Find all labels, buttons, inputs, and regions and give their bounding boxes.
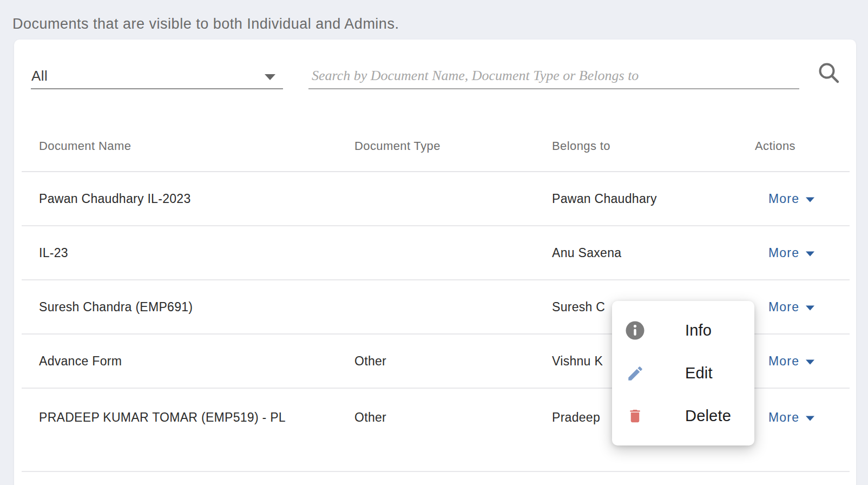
table-header-row: Document Name Document Type Belongs to A… — [22, 121, 850, 172]
document-name-link[interactable]: Pawan Chaudhary IL-2023 — [39, 192, 191, 206]
column-header-document-name: Document Name — [39, 139, 131, 153]
more-button[interactable]: More — [768, 354, 814, 369]
more-label: More — [768, 410, 799, 425]
document-type-cell: Other — [354, 410, 386, 425]
search-input[interactable] — [308, 65, 799, 88]
delete-icon — [626, 407, 645, 425]
page-background: { "page": { "subtitle": "Documents that … — [0, 0, 868, 485]
belongs-to-cell: Vishnu K — [552, 354, 603, 369]
table-row: Pawan Chaudhary IL-2023 Pawan Chaudhary … — [22, 172, 850, 226]
search-field — [308, 65, 799, 89]
more-label: More — [768, 300, 799, 314]
document-name-link[interactable]: IL-23 — [39, 246, 68, 260]
page-subtitle: Documents that are visible to both Indiv… — [12, 16, 399, 32]
belongs-to-cell: Pradeep — [552, 410, 600, 425]
belongs-to-cell: Suresh C — [552, 300, 605, 314]
chevron-down-icon — [265, 74, 275, 80]
document-name-link[interactable]: PRADEEP KUMAR TOMAR (EMP519) - PL — [39, 410, 286, 425]
belongs-to-cell: Pawan Chaudhary — [552, 192, 657, 206]
caret-down-icon — [806, 306, 814, 311]
actions-context-menu: Info Edit Delete — [612, 301, 754, 445]
more-label: More — [768, 192, 799, 206]
more-button[interactable]: More — [768, 192, 814, 206]
menu-item-label: Info — [685, 322, 712, 339]
menu-item-label: Edit — [685, 364, 713, 382]
caret-down-icon — [806, 360, 814, 365]
document-name-link[interactable]: Suresh Chandra (EMP691) — [39, 300, 193, 314]
more-label: More — [768, 354, 799, 369]
search-icon — [817, 80, 841, 88]
column-header-document-type: Document Type — [354, 139, 440, 153]
type-filter-select[interactable]: All — [31, 65, 283, 89]
document-type-cell: Other — [354, 354, 386, 369]
column-header-actions: Actions — [755, 139, 795, 153]
info-icon — [626, 321, 645, 340]
table-row: IL-23 Anu Saxena More — [22, 226, 850, 280]
more-button[interactable]: More — [768, 410, 814, 425]
document-name-link[interactable]: Advance Form — [39, 354, 122, 369]
caret-down-icon — [806, 252, 814, 257]
more-button[interactable]: More — [768, 246, 814, 260]
belongs-to-cell: Anu Saxena — [552, 246, 621, 260]
column-header-belongs-to: Belongs to — [552, 139, 610, 153]
menu-item-label: Delete — [685, 407, 731, 425]
more-button[interactable]: More — [768, 300, 814, 314]
search-button[interactable] — [816, 61, 842, 87]
type-filter-value: All — [31, 68, 48, 84]
more-label: More — [768, 246, 799, 260]
menu-item-edit[interactable]: Edit — [612, 352, 754, 395]
caret-down-icon — [806, 198, 814, 202]
menu-item-info[interactable]: Info — [612, 309, 754, 352]
edit-icon — [626, 364, 645, 383]
menu-item-delete[interactable]: Delete — [612, 395, 754, 437]
caret-down-icon — [806, 416, 814, 421]
